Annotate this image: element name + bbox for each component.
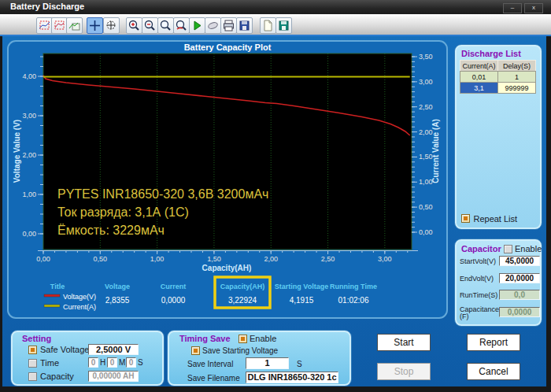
save-interval-field[interactable]: 1 (246, 357, 289, 369)
safe-voltage-checkbox[interactable] (28, 346, 37, 354)
endvolt-field[interactable]: 20,0000 (499, 273, 540, 283)
capacitor-enable-label: Enable (515, 244, 542, 253)
discharge-list-table[interactable]: Current(A) Delay(S) 0,01 1 3,1 999999 (460, 60, 536, 94)
capacitor-panel: Capacitor Enable StartVolt(V) 45,0000 En… (455, 239, 542, 326)
report-button[interactable]: Report (467, 334, 520, 351)
annotation-line: Ток разряда: 3,1А (1С) (57, 205, 189, 219)
cancel-button[interactable]: Cancel (467, 363, 520, 380)
capacitor-enable-checkbox[interactable] (504, 245, 512, 253)
capacity-label: Capacity (40, 372, 74, 381)
svg-text:2,00: 2,00 (22, 151, 36, 159)
select-zoom-x-button[interactable] (36, 17, 53, 34)
capacity-checkbox[interactable] (28, 372, 37, 381)
run-icon (190, 19, 204, 32)
save-icon (238, 19, 251, 32)
status-header: Capacity(AH) (220, 283, 265, 290)
cell-delay-1[interactable]: 999999 (498, 83, 536, 94)
capacity-field[interactable]: 0,00000 AH (88, 371, 139, 382)
setting-panel: Setting Safe Voltage 2,5000 V Time 0 H 0… (11, 331, 164, 386)
cell-current-1-selected[interactable]: 3,1 (460, 83, 498, 94)
svg-text:2,50: 2,50 (419, 103, 433, 111)
save-filename-label: Save Filename (187, 374, 240, 383)
table-row[interactable]: 3,1 999999 (460, 83, 536, 94)
column-header-delay[interactable]: Delay(S) (498, 61, 536, 72)
window-title: Battery Discharge (10, 2, 84, 11)
discharge-list-title: Discharge List (461, 49, 521, 58)
time-hours-field[interactable]: 0 (88, 357, 98, 368)
status-value: 0,0000 (161, 296, 186, 305)
zoom-previous-button[interactable] (173, 17, 190, 34)
save-button[interactable] (236, 17, 253, 34)
svg-text:3,00: 3,00 (419, 78, 433, 86)
zoom-in-button[interactable] (126, 17, 142, 34)
stop-button: Stop (377, 363, 431, 380)
capacitance-field: 0,0000 (499, 307, 540, 317)
svg-text:0,50: 0,50 (94, 255, 108, 263)
repeat-list-label: Repeat List (473, 214, 517, 224)
timing-enable-label: Enable (250, 334, 276, 343)
time-checkbox[interactable] (28, 359, 37, 368)
column-header-current[interactable]: Current(A) (460, 61, 498, 72)
battery-capacity-plot: Battery Capacity Plot0,000,501,001,502,0… (5, 38, 450, 321)
select-pan-icon (68, 19, 81, 32)
zoom-previous-icon (175, 19, 188, 32)
crosshair-button[interactable] (87, 17, 103, 34)
cell-delay-0[interactable]: 1 (498, 72, 536, 83)
select-pan-button[interactable] (66, 17, 83, 34)
svg-text:3,50: 3,50 (419, 53, 433, 61)
print-button[interactable] (220, 17, 237, 34)
svg-text:2,00: 2,00 (419, 128, 433, 136)
cell-current-0[interactable]: 0,01 (460, 72, 498, 83)
status-value: 01:02:06 (338, 296, 369, 305)
capacitor-title: Capacitor (461, 244, 501, 253)
safe-voltage-field[interactable]: 2,5000 V (88, 344, 139, 355)
report-save-button[interactable] (276, 17, 292, 34)
legend-swatch (44, 294, 60, 297)
x-axis-label: Capacity(AH) (202, 264, 252, 272)
run-button[interactable] (189, 17, 205, 34)
select-zoom-y-button[interactable] (51, 17, 68, 34)
timing-save-panel: Timing Save Enable Save Starting Voltage… (168, 331, 351, 386)
minutes-unit-label: M (119, 358, 125, 367)
zoom-out-icon (143, 19, 157, 32)
svg-text:1,50: 1,50 (419, 153, 433, 161)
svg-text:1,50: 1,50 (207, 255, 221, 263)
svg-text:1,00: 1,00 (22, 190, 36, 198)
save-interval-label: Save Interval (187, 360, 233, 368)
zoom-window-button[interactable] (103, 17, 120, 34)
erase-button[interactable] (205, 17, 221, 34)
toolbar (0, 14, 551, 36)
svg-text:0,00: 0,00 (419, 228, 433, 236)
annotation-line: Ёмкость: 3229мАч (57, 224, 165, 237)
status-header: Starting Voltage (275, 283, 328, 290)
report-new-button[interactable] (260, 17, 276, 34)
timing-enable-checkbox[interactable] (239, 335, 247, 343)
save-starting-voltage-label: Save Starting Voltage (202, 346, 278, 355)
zoom-out-button[interactable] (142, 17, 158, 34)
status-header: Title (50, 283, 65, 290)
startvolt-field[interactable]: 45,0000 (499, 256, 540, 266)
left-axis-label: Voltage Value (V) (13, 120, 21, 183)
minimize-button[interactable]: – (503, 3, 522, 13)
print-icon (222, 19, 235, 32)
table-row[interactable]: 0,01 1 (460, 72, 536, 83)
interval-unit-label: S (297, 360, 302, 368)
zoom-window-icon (105, 19, 118, 32)
safe-voltage-label: Safe Voltage (40, 345, 89, 354)
zoom-actual-button[interactable] (157, 17, 174, 34)
timing-save-title: Timing Save (179, 334, 231, 343)
report-new-icon (261, 19, 275, 32)
start-button[interactable]: Start (377, 334, 431, 351)
time-minutes-field[interactable]: 0 (107, 357, 117, 368)
erase-icon (206, 19, 220, 32)
legend-label: Voltage(V) (63, 293, 96, 301)
close-button[interactable]: x (524, 3, 543, 13)
capacitance-label: Capacitance (F) (460, 306, 499, 320)
svg-text:2,50: 2,50 (321, 255, 335, 263)
save-starting-voltage-checkbox[interactable] (191, 346, 200, 355)
save-filename-field[interactable]: DLG INR18650-320 1c (246, 372, 338, 383)
status-header: Voltage (105, 283, 130, 290)
repeat-list-checkbox[interactable] (461, 214, 470, 223)
legend-swatch (44, 305, 60, 307)
time-seconds-field[interactable]: 0 (126, 357, 136, 368)
